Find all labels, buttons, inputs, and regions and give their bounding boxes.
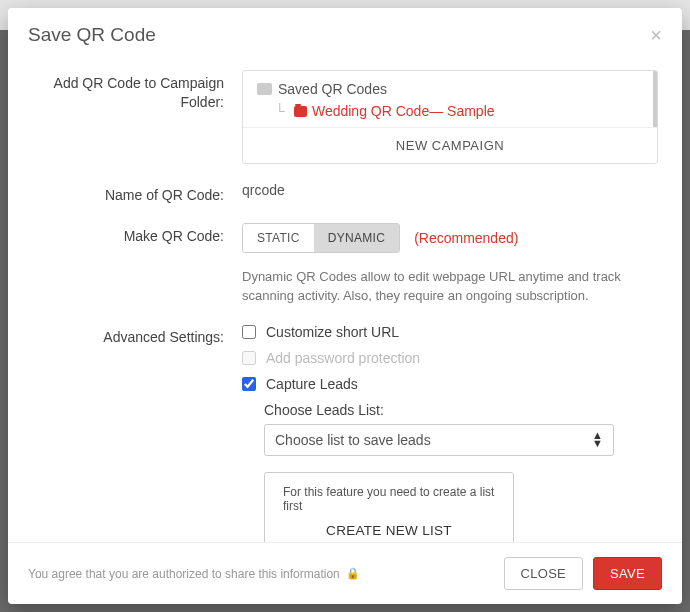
customize-url-checkbox[interactable] bbox=[242, 325, 256, 339]
folder-label: Add QR Code to Campaign Folder: bbox=[32, 70, 242, 112]
qr-name-input[interactable] bbox=[242, 182, 658, 198]
choose-list-caption: Choose Leads List: bbox=[264, 402, 658, 418]
capture-leads-row[interactable]: Capture Leads bbox=[242, 376, 658, 392]
capture-leads-label: Capture Leads bbox=[266, 376, 358, 392]
create-new-list-button[interactable]: CREATE NEW LIST bbox=[283, 523, 495, 538]
type-label: Make QR Code: bbox=[32, 223, 242, 246]
name-label: Name of QR Code: bbox=[32, 182, 242, 205]
legal-text: You agree that you are authorized to sha… bbox=[28, 567, 340, 581]
select-arrows-icon: ▲▼ bbox=[592, 432, 603, 447]
close-button[interactable]: CLOSE bbox=[504, 557, 584, 590]
capture-leads-checkbox[interactable] bbox=[242, 377, 256, 391]
customize-url-label: Customize short URL bbox=[266, 324, 399, 340]
password-row: Add password protection bbox=[242, 350, 658, 366]
leads-list-placeholder: Choose list to save leads bbox=[275, 432, 431, 448]
recommended-label: (Recommended) bbox=[414, 230, 518, 246]
password-label: Add password protection bbox=[266, 350, 420, 366]
folder-child-label: Wedding QR Code— Sample bbox=[312, 103, 495, 119]
dynamic-toggle[interactable]: DYNAMIC bbox=[314, 224, 399, 252]
campaign-folder-box: Saved QR Codes └ Wedding QR Code— Sample… bbox=[242, 70, 658, 164]
folder-root-label: Saved QR Codes bbox=[278, 81, 387, 97]
customize-url-row[interactable]: Customize short URL bbox=[242, 324, 658, 340]
modal-title: Save QR Code bbox=[28, 24, 156, 46]
static-toggle[interactable]: STATIC bbox=[243, 224, 314, 252]
qr-type-toggle: STATIC DYNAMIC bbox=[242, 223, 400, 253]
create-list-hint: For this feature you need to create a li… bbox=[283, 485, 495, 513]
save-button[interactable]: SAVE bbox=[593, 557, 662, 590]
advanced-label: Advanced Settings: bbox=[32, 324, 242, 347]
folder-child[interactable]: └ Wedding QR Code— Sample bbox=[253, 103, 643, 119]
close-icon[interactable]: × bbox=[650, 25, 662, 45]
folder-root[interactable]: Saved QR Codes bbox=[253, 81, 643, 97]
lock-icon: 🔒 bbox=[346, 567, 360, 580]
folder-icon bbox=[257, 83, 272, 95]
save-qr-modal: Save QR Code × Add QR Code to Campaign F… bbox=[8, 8, 682, 604]
leads-list-select[interactable]: Choose list to save leads ▲▼ bbox=[264, 424, 614, 456]
folder-icon bbox=[294, 106, 307, 117]
new-campaign-button[interactable]: NEW CAMPAIGN bbox=[243, 127, 657, 163]
create-list-hint-box: For this feature you need to create a li… bbox=[264, 472, 514, 542]
password-checkbox bbox=[242, 351, 256, 365]
type-help-text: Dynamic QR Codes allow to edit webpage U… bbox=[242, 267, 658, 306]
tree-connector-icon: └ bbox=[275, 103, 285, 119]
